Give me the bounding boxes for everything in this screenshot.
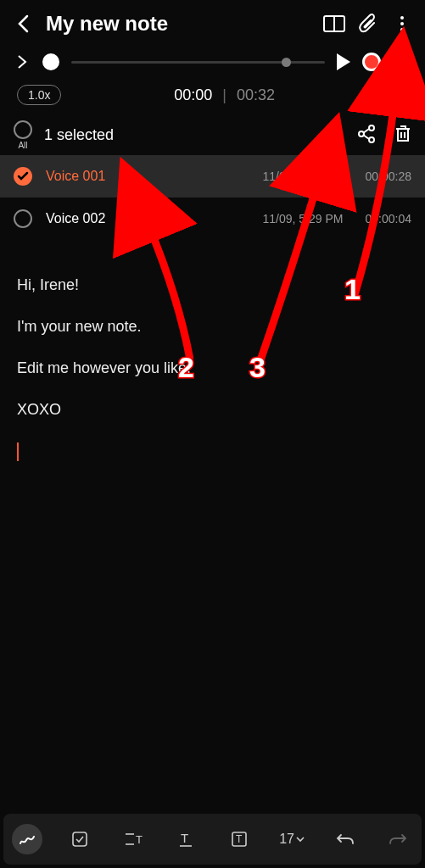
playback-speed-button[interactable]: 1.0x: [17, 85, 61, 105]
note-line: XOXO: [17, 398, 408, 421]
undo-icon[interactable]: [330, 824, 361, 854]
text-box-icon[interactable]: T: [224, 824, 254, 854]
expand-chevron-icon[interactable]: [14, 53, 31, 70]
note-line: I'm your new note.: [17, 315, 408, 338]
reading-mode-icon[interactable]: [323, 13, 345, 35]
note-line: Edit me however you like.: [17, 357, 408, 380]
checkbox-tool-icon[interactable]: [64, 824, 95, 854]
back-button[interactable]: [12, 13, 34, 35]
note-line: Hi, Irene!: [17, 274, 408, 297]
note-editor[interactable]: Hi, Irene! I'm your new note. Edit me ho…: [0, 240, 425, 814]
audio-scrubber[interactable]: [71, 61, 325, 64]
skip-seconds-button[interactable]: 10: [388, 88, 408, 102]
svg-text:T: T: [181, 831, 188, 845]
svg-point-3: [369, 125, 374, 131]
text-style-icon[interactable]: T: [118, 824, 148, 854]
playhead-handle[interactable]: [42, 53, 59, 70]
text-underline-icon[interactable]: T: [171, 824, 201, 854]
voice-duration: 00:00:28: [366, 170, 412, 183]
font-size-button[interactable]: 17: [277, 824, 307, 854]
svg-line-5: [363, 129, 369, 133]
attach-icon[interactable]: [357, 13, 379, 35]
selection-count: 1 selected: [44, 126, 308, 144]
svg-line-6: [363, 135, 369, 139]
record-button[interactable]: [362, 53, 381, 71]
play-button[interactable]: [337, 53, 350, 70]
select-all-label: All: [18, 141, 27, 150]
handwriting-icon[interactable]: [12, 824, 42, 854]
voice-date: 11/09, 5:29 PM: [263, 212, 344, 225]
text-cursor: [17, 442, 19, 461]
delete-icon[interactable]: [394, 125, 411, 147]
edit-icon[interactable]: [320, 125, 338, 147]
checkbox-icon[interactable]: [14, 167, 32, 186]
voice-name: Voice 002: [46, 211, 249, 226]
select-all-toggle[interactable]: All: [14, 120, 32, 150]
voice-duration: 00:00:04: [366, 212, 412, 225]
redo-icon[interactable]: [383, 824, 413, 854]
voice-date: 11/09, 5:29 PM: [263, 170, 344, 183]
voice-row[interactable]: Voice 002 11/09, 5:29 PM 00:00:04: [0, 198, 425, 240]
time-separator: |: [222, 86, 226, 104]
svg-text:T: T: [136, 833, 143, 846]
svg-rect-9: [73, 832, 87, 846]
more-menu-icon[interactable]: [391, 13, 413, 35]
svg-text:T: T: [236, 833, 243, 845]
page-title: My new note: [46, 12, 311, 36]
time-display: 00:00 | 00:32: [174, 86, 275, 104]
checkbox-icon[interactable]: [14, 209, 32, 228]
share-icon[interactable]: [357, 125, 376, 147]
voice-row[interactable]: Voice 001 11/09, 5:29 PM 00:00:28: [0, 155, 425, 198]
current-time: 00:00: [174, 86, 212, 104]
voice-name: Voice 001: [46, 169, 249, 184]
list-menu-icon[interactable]: [393, 56, 411, 68]
total-time: 00:32: [237, 86, 275, 104]
svg-point-4: [369, 137, 374, 142]
